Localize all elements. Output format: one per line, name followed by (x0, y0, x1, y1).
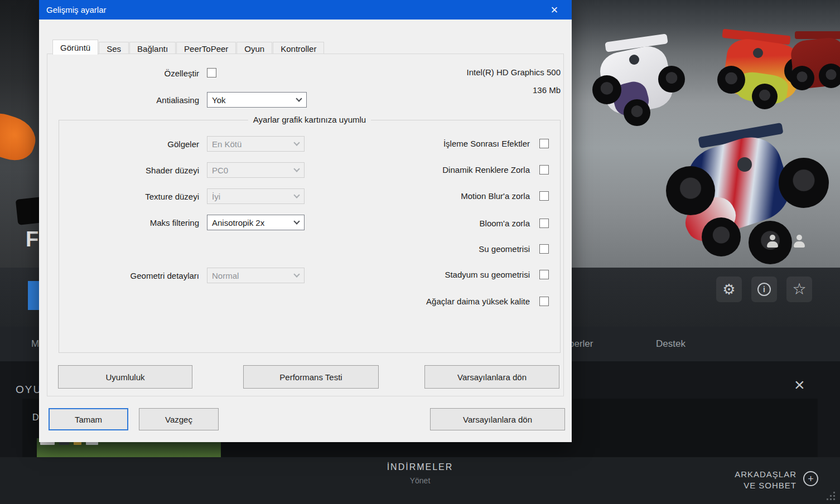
antialiasing-value: Yok (212, 95, 225, 105)
add-friend-button[interactable]: + (803, 471, 818, 486)
trees-quality-checkbox[interactable] (539, 297, 549, 306)
chevron-down-icon (296, 95, 302, 101)
antialiasing-label: Antialiasing (56, 95, 199, 105)
resize-grip[interactable] (827, 492, 836, 501)
tab-bar: Görüntü Ses Bağlantı PeerToPeer Oyun Kon… (52, 40, 325, 55)
menu-item-news[interactable]: berler (569, 338, 593, 350)
graphics-groupbox: Ayarlar grafik kartınıza uyumlu (59, 120, 561, 353)
groupbox-title: Ayarlar grafik kartınıza uyumlu (248, 115, 371, 124)
shader-label: Shader düzeyi (56, 166, 199, 175)
background-letter: F (26, 227, 38, 251)
close-icon[interactable]: × (794, 376, 805, 394)
settings-button[interactable]: ⚙ (716, 277, 742, 302)
tab-oyun[interactable]: Oyun (236, 42, 272, 55)
water-geometry-row: Su geometrisi (262, 243, 549, 254)
filtering-value: Anisotropik 2x (212, 218, 264, 227)
tab-goruntu[interactable]: Görüntü (52, 40, 98, 55)
trees-quality-row: Ağaçlar daima yüksek kalite (262, 295, 549, 307)
tab-kontroller[interactable]: Kontroller (273, 42, 324, 55)
friends-line1: ARKADAŞLAR (735, 469, 796, 480)
gpu-memory: 136 Mb (533, 85, 561, 95)
antialiasing-row: Antialiasing Yok (56, 92, 305, 108)
dynamic-colors-checkbox[interactable] (539, 165, 549, 175)
customize-checkbox[interactable] (207, 68, 216, 77)
close-icon[interactable]: × (544, 4, 564, 16)
info-button[interactable]: i (751, 277, 777, 302)
friends-line2: VE SOHBET (735, 480, 796, 491)
advanced-settings-dialog: Gelişmiş ayarlar × Görüntü Ses Bağlantı … (39, 0, 572, 442)
shadows-value: En Kötü (212, 139, 242, 149)
motion-blur-label: Motion Blur'a zorla (461, 191, 530, 201)
cancel-button[interactable]: Vazgeç (139, 408, 219, 430)
tab-peertopeer[interactable]: PeerToPeer (176, 42, 236, 55)
plus-icon: + (808, 474, 814, 484)
performance-test-button[interactable]: Performans Testi (243, 365, 379, 389)
dialog-title: Gelişmiş ayarlar (46, 5, 107, 14)
friends-label[interactable]: ARKADAŞLAR VE SOHBET (735, 469, 796, 491)
tab-ses[interactable]: Ses (99, 42, 129, 55)
panel-label: D (32, 413, 39, 423)
dialog-titlebar[interactable]: Gelişmiş ayarlar × (39, 0, 572, 20)
trees-quality-label: Ağaçlar daima yüksek kalite (426, 297, 530, 306)
geometry-value: Normal (212, 271, 239, 280)
downloads-manage-link[interactable]: Yönet (0, 476, 840, 485)
downloads-area[interactable]: İNDİRMELER Yönet (0, 462, 840, 485)
restore-defaults-button[interactable]: Varsayılanlara dön (424, 365, 559, 389)
screen: F ⚙ i ☆ M berler Destek OYU × D İNDİRMEL… (0, 0, 840, 504)
water-geometry-label: Su geometrisi (479, 244, 530, 254)
star-icon: ☆ (792, 282, 806, 297)
postfx-row: İşleme Sonrası Efektler (262, 138, 549, 149)
stadium-water-label: Stadyum su geometrisi (445, 270, 530, 279)
tab-baglanti[interactable]: Bağlantı (129, 42, 176, 55)
antialiasing-select[interactable]: Yok (207, 92, 307, 108)
bloom-label: Bloom'a zorla (480, 219, 530, 228)
downloads-title: İNDİRMELER (0, 462, 840, 472)
player-icon (765, 234, 780, 249)
info-icon: i (757, 283, 771, 296)
gear-icon: ⚙ (722, 282, 735, 297)
bloom-checkbox[interactable] (539, 219, 549, 228)
filtering-label: Maks filtering (56, 218, 199, 227)
ok-button[interactable]: Tamam (49, 408, 128, 430)
customize-label: Özelleştir (56, 69, 199, 78)
postfx-checkbox[interactable] (539, 139, 549, 148)
postfx-label: İşleme Sonrası Efektler (443, 139, 530, 148)
compatibility-button[interactable]: Uyumluluk (58, 365, 192, 389)
restore-defaults-bottom-button[interactable]: Varsayılanlara dön (430, 408, 565, 430)
motion-blur-checkbox[interactable] (539, 191, 549, 201)
texture-label: Texture düzeyi (56, 192, 199, 201)
favorite-button[interactable]: ☆ (786, 277, 812, 302)
menu-item-partial[interactable]: M (31, 338, 39, 350)
section-title: OYU (16, 384, 42, 396)
dynamic-colors-label: Dinamik Renklere Zorla (442, 165, 530, 175)
shadows-label: Gölgeler (56, 139, 199, 149)
menu-item-support[interactable]: Destek (656, 338, 685, 350)
players-icon (792, 234, 807, 249)
dynamic-colors-row: Dinamik Renklere Zorla (262, 164, 549, 175)
partial-play-button[interactable] (28, 281, 40, 310)
bottom-bar: İNDİRMELER Yönet ARKADAŞLAR VE SOHBET + (0, 457, 840, 504)
shader-value: PC0 (212, 166, 228, 175)
geometry-label: Geometri detayları (56, 271, 199, 280)
motion-blur-row: Motion Blur'a zorla (262, 190, 549, 201)
stadium-water-row: Stadyum su geometrisi (262, 269, 549, 280)
bloom-row: Bloom'a zorla (262, 217, 549, 229)
stadium-water-checkbox[interactable] (539, 270, 549, 279)
gpu-name: Intel(R) HD Graphics 500 (467, 67, 561, 77)
water-geometry-checkbox[interactable] (539, 244, 549, 254)
texture-value: İyi (212, 192, 220, 201)
